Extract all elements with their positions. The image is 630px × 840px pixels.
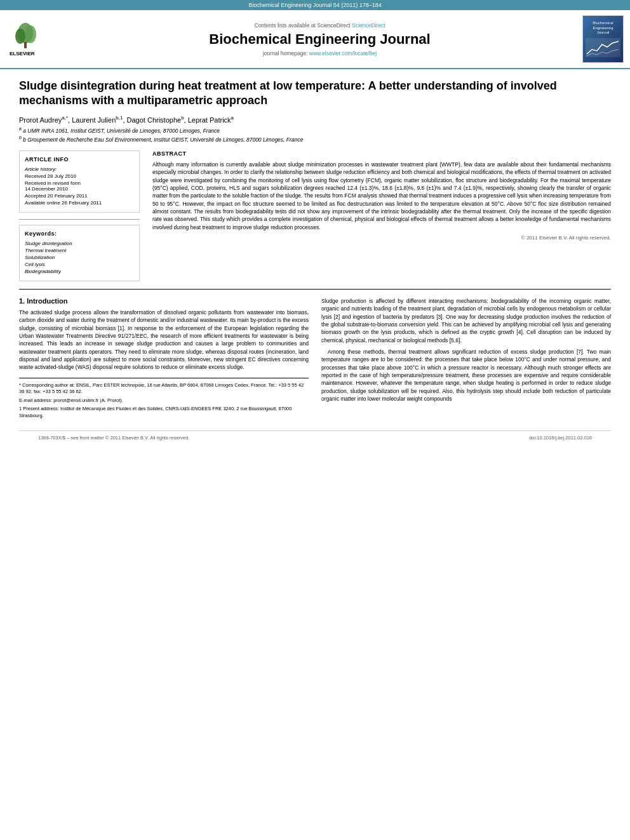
author-leprat: Leprat Patrick [188,116,231,123]
footnote-2: E-mail address: prorot@ensil.unilim.fr (… [19,397,309,404]
homepage-url[interactable]: www.elsevier.com/locate/bej [309,50,377,57]
cover-graph-icon [586,38,620,57]
author-sup-b2: b [181,115,184,121]
body-col-right: Sludge production is affected by differe… [321,297,611,421]
footnote-3: 1 Present address: Institut de Mécanique… [19,406,309,419]
journal-header: ELSEVIER Contents lists available at Sci… [0,10,630,69]
keywords-box: Keywords: Sludge disintegration Thermal … [19,225,140,281]
svg-point-2 [15,29,25,44]
affiliation-b: b b Groupement de Recherche Eau Sol Envi… [19,135,611,143]
revised-date: Received in revised form14 December 2010 [25,180,134,192]
svg-point-3 [25,25,36,43]
intro-para-right-2: Among these methods, thermal treatment a… [321,348,611,403]
affiliation-a: a a UMR INRA 1061, Institut GEIST, Unive… [19,126,611,134]
body-text-section: 1. Introduction The activated sludge pro… [19,297,611,421]
article-title: Sludge disintegration during heat treatm… [19,79,611,109]
footnote-1: * Corresponding author at: ENSIL, Parc E… [19,382,309,396]
svg-text:ELSEVIER: ELSEVIER [10,51,35,57]
intro-para-right-1: Sludge production is affected by differe… [321,297,611,344]
sciencedirect-link[interactable]: ScienceDirect [352,22,385,29]
journal-homepage: journal homepage: www.elsevier.com/locat… [64,50,576,57]
svg-rect-6 [586,38,620,57]
journal-cover-area: Biochemical Engineering Journal [582,15,624,63]
section-divider [19,289,611,290]
copyright-line: © 2011 Elsevier B.V. All rights reserved… [152,235,611,241]
journal-reference-text: Biochemical Engineering Journal 54 (2011… [248,2,382,8]
abstract-column: ABSTRACT Although many information is cu… [152,150,611,281]
author-sup-b1: b,1 [116,115,123,121]
main-content: Sludge disintegration during heat treatm… [0,69,630,454]
authors-line: Prorot Audreya,*, Laurent Julienb,1, Dag… [19,115,611,124]
abstract-title: ABSTRACT [152,150,611,157]
keyword-5: Biodegradability [25,269,134,274]
journal-cover-image: Biochemical Engineering Journal [582,15,624,63]
body-col-left: 1. Introduction The activated sludge pro… [19,297,309,421]
available-date: Available online 26 February 2011 [25,200,134,206]
history-title: Article history: [25,166,134,172]
keyword-4: Cell lysis [25,262,134,267]
intro-para-1: The activated sludge process allows the … [19,309,309,371]
author-dagot: Dagot Christophe [127,116,182,123]
info-divider [19,219,140,220]
accepted-date: Accepted 20 February 2011 [25,193,134,199]
affiliations: a a UMR INRA 1061, Institut GEIST, Unive… [19,126,611,143]
svg-rect-4 [24,42,27,48]
author-sup-a: a,* [62,115,68,121]
journal-reference-bar: Biochemical Engineering Journal 54 (2011… [0,0,630,10]
journal-header-center: Contents lists available at ScienceDirec… [64,15,576,63]
section1-col-right-text: Sludge production is affected by differe… [321,297,611,403]
abstract-text: Although many information is currently a… [152,161,611,231]
author-laurent: Laurent Julien [72,116,116,123]
issn-line: 1369-703X/$ – see front matter © 2011 El… [38,435,189,441]
bottom-bar: 1369-703X/$ – see front matter © 2011 El… [19,430,611,444]
keyword-3: Solubilization [25,255,134,260]
keyword-2: Thermal treatment [25,248,134,253]
keywords-title: Keywords: [25,230,134,237]
keyword-1: Sludge disintegration [25,241,134,246]
author-sup-a2: a [231,115,234,121]
elsevier-logo-area: ELSEVIER [6,15,57,63]
journal-title: Biochemical Engineering Journal [64,31,576,48]
article-info-title: ARTICLE INFO [25,156,134,163]
article-info-abstract-section: ARTICLE INFO Article history: Received 2… [19,150,611,281]
article-info-box: ARTICLE INFO Article history: Received 2… [19,150,140,213]
article-info-column: ARTICLE INFO Article history: Received 2… [19,150,140,281]
contents-line: Contents lists available at ScienceDirec… [64,22,576,29]
author-prorot: Prorot Audrey [19,116,62,123]
section1-col-left-text: The activated sludge process allows the … [19,309,309,371]
doi-line: doi:10.1016/j.bej.2011.02.016 [529,435,592,441]
received-date: Received 28 July 2010 [25,173,134,179]
elsevier-logo-icon: ELSEVIER [6,20,57,58]
section1-heading: 1. Introduction [19,297,309,305]
footnotes-area: * Corresponding author at: ENSIL, Parc E… [19,378,309,420]
